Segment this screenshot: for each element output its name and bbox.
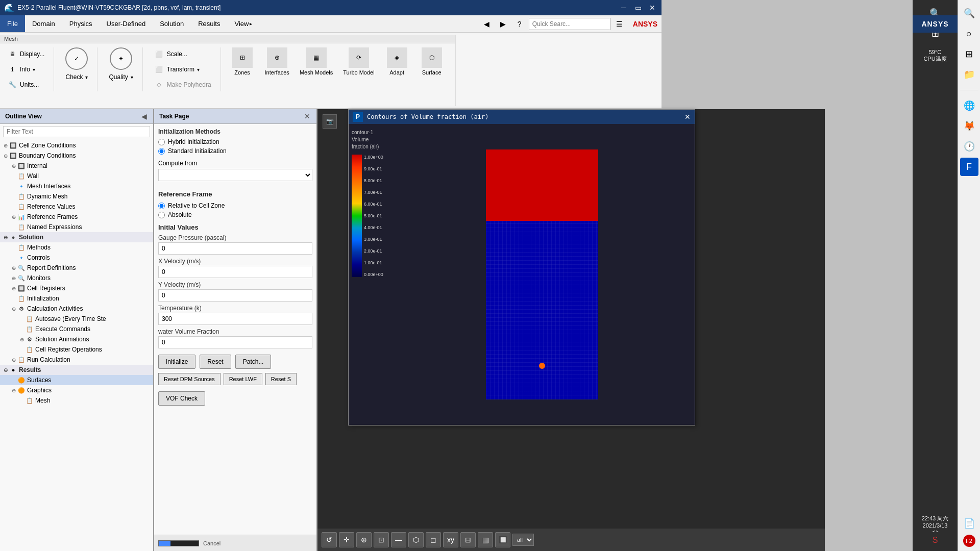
temperature-input[interactable] bbox=[158, 313, 312, 325]
fit-view-button[interactable]: ⊡ bbox=[374, 532, 389, 547]
relative-radio[interactable] bbox=[158, 203, 165, 209]
toggle-boundary[interactable]: ⊖ bbox=[2, 152, 9, 159]
tree-cell-registers[interactable]: ⊕ 🔲 Cell Registers bbox=[0, 283, 153, 293]
rs-doc-red-button[interactable]: 📄 bbox=[960, 514, 978, 533]
transform-button[interactable]: ⬜ Transform ▾ bbox=[151, 63, 214, 76]
units-button[interactable]: 🔧 Units... bbox=[4, 78, 47, 91]
reset-s-button[interactable]: Reset S bbox=[265, 373, 297, 385]
scale-button[interactable]: ⬜ Scale... bbox=[151, 47, 214, 61]
close-button[interactable]: ✕ bbox=[647, 3, 657, 13]
screenshot-button[interactable]: 📷 bbox=[323, 114, 337, 129]
tree-report-definitions[interactable]: ⊕ 🔍 Report Definitions bbox=[0, 263, 153, 273]
tree-cell-zone-conditions[interactable]: ⊕ 🔲 Cell Zone Conditions bbox=[0, 140, 153, 151]
rs-grid-button[interactable]: ⊞ bbox=[960, 45, 978, 63]
tree-results-section[interactable]: ⊖ ● Results bbox=[0, 365, 153, 375]
y-velocity-input[interactable] bbox=[158, 289, 312, 302]
hybrid-radio[interactable] bbox=[158, 139, 165, 145]
tree-reference-values[interactable]: 📋 Reference Values bbox=[0, 202, 153, 212]
rs-folder-button[interactable]: 📁 bbox=[960, 65, 978, 84]
toggle-calc-act[interactable]: ⊖ bbox=[10, 305, 17, 312]
initialize-button[interactable]: Initialize bbox=[158, 355, 195, 369]
reset-lwf-button[interactable]: Reset LWF bbox=[224, 373, 262, 385]
zoom-view-button[interactable]: ⊕ bbox=[356, 532, 372, 547]
rs-firefox-button[interactable]: 🦊 bbox=[960, 117, 978, 135]
check-button[interactable]: Check ▾ bbox=[62, 72, 91, 82]
menu-results[interactable]: Results bbox=[191, 15, 227, 32]
surface-button[interactable]: Surface bbox=[419, 68, 445, 77]
tree-cell-reg-ops[interactable]: 📋 Cell Register Operations bbox=[0, 344, 153, 355]
rs-f2-badge[interactable]: F2 bbox=[963, 535, 975, 547]
mesh-models-button[interactable]: Mesh Models bbox=[297, 68, 336, 77]
rs-circle-button[interactable]: ○ bbox=[960, 24, 978, 43]
turbo-button[interactable]: Turbo Model bbox=[340, 68, 377, 77]
tree-graphics[interactable]: ⊖ 🟠 Graphics bbox=[0, 385, 153, 395]
nav-prev-button[interactable]: ◀ bbox=[480, 17, 494, 31]
tree-controls[interactable]: 🔹 Controls bbox=[0, 253, 153, 263]
rotate-view-button[interactable]: ↺ bbox=[322, 532, 337, 547]
xz-view-button[interactable]: ⊟ bbox=[460, 532, 476, 547]
make-polyhedra-button[interactable]: ◇ Make Polyhedra bbox=[151, 78, 214, 91]
compute-from-select[interactable] bbox=[158, 169, 312, 181]
tree-solution-animations[interactable]: ⊕ ⚙ Solution Animations bbox=[0, 334, 153, 344]
standard-radio[interactable] bbox=[158, 148, 165, 155]
view-select[interactable]: all bbox=[512, 534, 534, 546]
filter-input[interactable] bbox=[3, 126, 150, 137]
interfaces-button[interactable]: Interfaces bbox=[262, 68, 292, 77]
task-close-button[interactable]: ✕ bbox=[303, 112, 311, 120]
rs-fluent-f-button[interactable]: F bbox=[960, 158, 978, 176]
toggle-monitors[interactable]: ⊕ bbox=[10, 274, 17, 282]
display-options-button[interactable]: 🔲 bbox=[495, 532, 510, 547]
x-velocity-input[interactable] bbox=[158, 266, 312, 278]
tree-calc-activities[interactable]: ⊖ ⚙ Calculation Activities bbox=[0, 304, 153, 314]
rs-search-button[interactable]: 🔍 bbox=[960, 4, 978, 22]
sougou-icon[interactable]: S bbox=[933, 536, 938, 545]
measure-button[interactable]: — bbox=[391, 532, 406, 547]
tree-run-calculation[interactable]: ⊖ 📋 Run Calculation bbox=[0, 355, 153, 365]
toggle-run-calc[interactable]: ⊖ bbox=[10, 356, 17, 363]
water-vof-input[interactable] bbox=[158, 336, 312, 348]
menu-file[interactable]: File bbox=[0, 15, 25, 32]
toggle-solution[interactable]: ⊖ bbox=[2, 234, 9, 241]
quick-search-input[interactable] bbox=[529, 18, 610, 30]
zones-button[interactable]: Zones bbox=[231, 68, 253, 77]
minimize-button[interactable]: ─ bbox=[619, 3, 629, 13]
display-button[interactable]: 🖥 Display... bbox=[4, 47, 47, 61]
translate-view-button[interactable]: ✛ bbox=[339, 532, 354, 547]
tree-internal[interactable]: ⊕ 🔲 Internal bbox=[0, 161, 153, 171]
toggle-internal[interactable]: ⊕ bbox=[10, 162, 17, 169]
list-view-button[interactable]: ☰ bbox=[612, 17, 627, 31]
help-button[interactable]: ? bbox=[512, 17, 527, 31]
vof-check-button[interactable]: VOF Check bbox=[158, 391, 205, 406]
menu-user-defined[interactable]: User-Defined bbox=[100, 15, 153, 32]
outline-close-button[interactable]: ◀ bbox=[140, 112, 148, 120]
reset-dpm-button[interactable]: Reset DPM Sources bbox=[158, 373, 220, 385]
menu-domain[interactable]: Domain bbox=[25, 15, 62, 32]
isometric-button[interactable]: ◻ bbox=[426, 532, 441, 547]
tree-monitors[interactable]: ⊕ 🔍 Monitors bbox=[0, 273, 153, 283]
tree-mesh-interfaces[interactable]: 🔹 Mesh Interfaces bbox=[0, 181, 153, 191]
menu-solution[interactable]: Solution bbox=[153, 15, 191, 32]
menu-physics[interactable]: Physics bbox=[62, 15, 100, 32]
toggle-ref-frames[interactable]: ⊕ bbox=[10, 213, 17, 220]
toggle-cell-reg[interactable]: ⊕ bbox=[10, 285, 17, 292]
menu-view[interactable]: View ▸ bbox=[227, 15, 259, 32]
rs-clock-button[interactable]: 🕐 bbox=[960, 137, 978, 156]
tree-mesh-results[interactable]: 📋 Mesh bbox=[0, 395, 153, 406]
rs-edge-button[interactable]: 🌐 bbox=[960, 96, 978, 115]
tree-boundary-conditions[interactable]: ⊖ 🔲 Boundary Conditions bbox=[0, 151, 153, 161]
tree-execute-commands[interactable]: 📋 Execute Commands bbox=[0, 324, 153, 334]
tree-named-expressions[interactable]: 📋 Named Expressions bbox=[0, 222, 153, 232]
tree-reference-frames[interactable]: ⊕ 📊 Reference Frames bbox=[0, 212, 153, 222]
tree-autosave[interactable]: 📋 Autosave (Every Time Ste bbox=[0, 314, 153, 324]
gauge-pressure-input[interactable] bbox=[158, 242, 312, 255]
reset-button[interactable]: Reset bbox=[200, 355, 231, 369]
tree-wall[interactable]: ▸ 📋 Wall bbox=[0, 171, 153, 181]
toggle-graphics[interactable]: ⊖ bbox=[10, 387, 17, 394]
absolute-radio[interactable] bbox=[158, 212, 165, 218]
toggle-results[interactable]: ⊖ bbox=[2, 366, 9, 373]
contour-close-button[interactable]: ✕ bbox=[684, 113, 691, 121]
probe-button[interactable]: ⬡ bbox=[408, 532, 424, 547]
tree-solution-section[interactable]: ⊖ ● Solution bbox=[0, 232, 153, 242]
toggle-report[interactable]: ⊕ bbox=[10, 264, 17, 271]
nav-next-button[interactable]: ▶ bbox=[496, 17, 510, 31]
